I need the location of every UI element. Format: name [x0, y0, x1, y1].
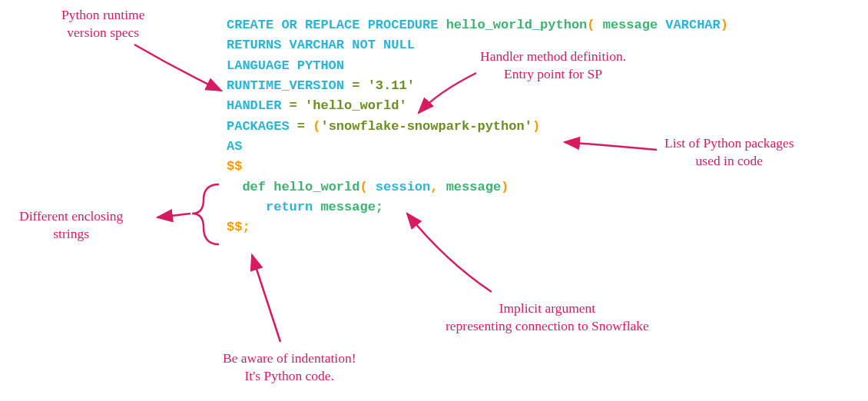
arrow-indentation: [252, 255, 280, 342]
session-arg: session: [368, 180, 431, 194]
code-block: CREATE OR REPLACE PROCEDURE hello_world_…: [227, 15, 728, 238]
annotation-runtime: Python runtime version specs: [61, 6, 144, 41]
line-3: LANGUAGE PYTHON: [227, 56, 728, 76]
message-arg: message: [438, 180, 501, 194]
packages-key: PACKAGES: [227, 119, 290, 134]
handler-val: 'hello_world': [305, 98, 407, 113]
line-1: CREATE OR REPLACE PROCEDURE hello_world_…: [227, 15, 728, 35]
annotation-enclosing: Different enclosing strings: [19, 207, 123, 243]
line-10: return message;: [227, 197, 728, 217]
brace-enclosing: [192, 184, 219, 244]
dollar-open: $$: [227, 159, 242, 174]
runtime-val: '3.11': [368, 78, 415, 93]
line-4: RUNTIME_VERSION = '3.11': [227, 76, 728, 96]
line-9: def hello_world( session, message): [227, 177, 728, 197]
arg-type: VARCHAR: [665, 18, 720, 32]
annotation-packages: List of Python packages used in code: [664, 134, 794, 170]
packages-val: 'snowflake-snowpark-python': [320, 119, 532, 134]
runtime-key: RUNTIME_VERSION: [227, 78, 344, 93]
arrow-runtime: [134, 45, 221, 91]
arg-name: message: [595, 18, 666, 32]
proc-name: hello_world_python: [446, 18, 588, 32]
line-8: $$: [227, 157, 728, 177]
line-5: HANDLER = 'hello_world': [227, 96, 728, 116]
annotation-implicit: Implicit argument representing connectio…: [446, 300, 649, 335]
line-2: RETURNS VARCHAR NOT NULL: [227, 35, 728, 55]
annotation-indentation: Be aware of indentation! It's Python cod…: [223, 350, 356, 385]
arrow-enclosing: [157, 214, 190, 217]
paren-open: (: [587, 18, 595, 32]
line-7: AS: [227, 137, 728, 157]
paren-close: ): [721, 18, 728, 32]
handler-key: HANDLER: [227, 98, 281, 113]
func-name: hello_world: [273, 180, 359, 194]
line-6: PACKAGES = ('snowflake-snowpark-python'): [227, 117, 728, 137]
create-kw: CREATE OR REPLACE PROCEDURE: [227, 18, 446, 32]
annotation-handler: Handler method definition. Entry point f…: [480, 48, 626, 83]
dollar-close: $$;: [227, 220, 250, 234]
line-11: $$;: [227, 217, 728, 237]
